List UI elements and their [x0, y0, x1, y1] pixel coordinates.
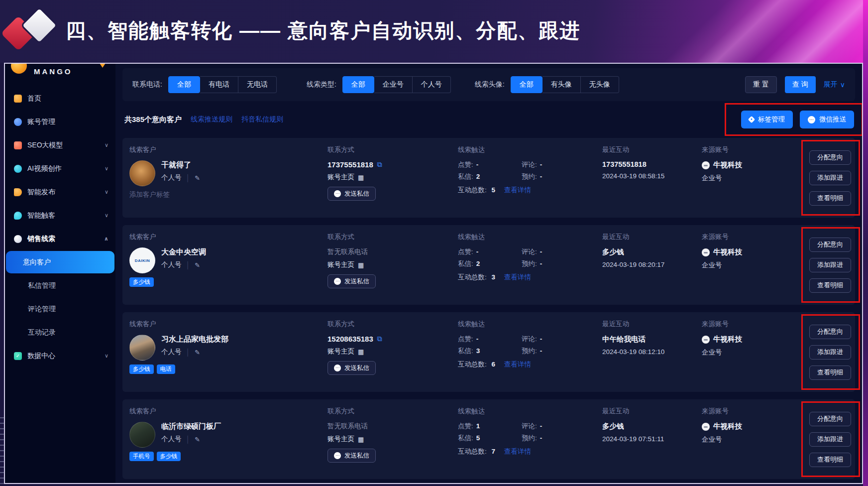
- sidebar-collapse-icon[interactable]: [99, 64, 107, 68]
- assign-intent-button[interactable]: 分配意向: [809, 325, 851, 339]
- app-window: MANGO 首页 账号管理 SEO大模型 ∨ AI视频创作 ∨: [4, 63, 863, 484]
- filter-option-all[interactable]: 全部: [168, 76, 200, 93]
- edit-icon[interactable]: ✎: [195, 261, 200, 269]
- filter-option-all[interactable]: 全部: [342, 76, 374, 93]
- add-followup-button[interactable]: 添加跟进: [809, 432, 851, 447]
- tag-manage-button[interactable]: 标签管理: [741, 111, 793, 128]
- appoint-label: 预约:: [522, 260, 537, 267]
- filter-option-no-avatar[interactable]: 无头像: [581, 76, 619, 93]
- customer-name: 临沂市绿硕门板厂: [161, 422, 221, 431]
- query-button[interactable]: 查 询: [785, 76, 816, 93]
- send-dm-button[interactable]: ⋯ 发送私信: [327, 274, 376, 288]
- like-label: 点赞:: [458, 335, 473, 343]
- source-name: 牛视科技: [713, 422, 742, 431]
- sidebar-item-sales-leads[interactable]: 销售线索 ∧: [5, 227, 115, 250]
- filter-option-has-avatar[interactable]: 有头像: [542, 76, 581, 93]
- copy-phone-icon[interactable]: ⧉: [377, 160, 382, 169]
- add-followup-button[interactable]: 添加跟进: [809, 258, 851, 272]
- appoint-label: 预约:: [522, 347, 537, 355]
- filter-group-phone: 联系电话: 全部 有电话 无电话: [132, 76, 277, 93]
- customer-column: 线索客户 干就得了 个人号 │ ✎ 添加客户标签: [129, 138, 327, 218]
- filter-option-personal[interactable]: 个人号: [413, 76, 451, 93]
- qr-code-icon[interactable]: ▦: [358, 436, 364, 443]
- chat-bubble-icon: ⋯: [808, 116, 815, 123]
- dm-rule-link[interactable]: 抖音私信规则: [241, 115, 283, 124]
- filter-option-enterprise[interactable]: 企业号: [374, 76, 413, 93]
- dm-label: 私信:: [458, 434, 473, 442]
- sidebar-item-label: SEO大模型: [27, 141, 63, 150]
- sidebar-subitem-intent-customers[interactable]: 意向客户: [6, 251, 114, 273]
- sidebar-subitem-comment-manage[interactable]: 评论管理: [5, 297, 115, 321]
- column-header: 线索触达: [458, 233, 602, 242]
- view-details-button[interactable]: 查看明细: [809, 365, 851, 380]
- filter-option-no-phone[interactable]: 无电话: [238, 76, 277, 93]
- send-dm-button[interactable]: ⋯ 发送私信: [327, 187, 376, 201]
- send-dm-button[interactable]: ⋯ 发送私信: [327, 449, 376, 463]
- push-rule-link[interactable]: 线索推送规则: [191, 115, 232, 124]
- sidebar-item-home[interactable]: 首页: [5, 87, 115, 110]
- view-detail-link[interactable]: 查看详情: [504, 448, 531, 455]
- sidebar-menu: 首页 账号管理 SEO大模型 ∨ AI视频创作 ∨ 智能发布 ∨: [5, 87, 115, 367]
- like-value: -: [476, 248, 479, 255]
- comment-label: 评论:: [522, 248, 537, 255]
- account-home-link[interactable]: 账号主页: [327, 173, 354, 182]
- filter-option-has-phone[interactable]: 有电话: [200, 76, 238, 93]
- add-customer-tag-link[interactable]: 添加客户标签: [129, 190, 170, 199]
- sidebar-item-account[interactable]: 账号管理: [5, 110, 115, 133]
- contact-column: 联系方式 暂无联系电话 账号主页 ▦ ⋯ 发送私信: [327, 225, 458, 305]
- column-header: 线索客户: [129, 320, 327, 329]
- source-avatar: [702, 161, 710, 169]
- sidebar-item-data-center[interactable]: ✓ 数据中心 ∨: [5, 344, 115, 367]
- chat-bubble-icon: ⋯: [334, 452, 341, 459]
- chevron-down-icon: ∨: [105, 212, 108, 219]
- edit-icon[interactable]: ✎: [195, 174, 200, 182]
- sidebar-item-ai-video[interactable]: AI视频创作 ∨: [5, 157, 115, 180]
- source-name: 牛视科技: [713, 160, 742, 170]
- wechat-push-button[interactable]: ⋯ 微信推送: [800, 111, 854, 128]
- filter-option-all[interactable]: 全部: [511, 76, 542, 93]
- account-home-link[interactable]: 账号主页: [327, 260, 354, 269]
- recent-time: 2024-03-19 08:12:10: [602, 348, 702, 356]
- qr-code-icon[interactable]: ▦: [358, 174, 364, 181]
- send-dm-button[interactable]: ⋯ 发送私信: [327, 361, 376, 375]
- view-detail-link[interactable]: 查看详情: [504, 186, 531, 194]
- edit-icon[interactable]: ✎: [195, 349, 200, 356]
- seo-model-icon: [14, 141, 22, 149]
- recent-column: 最近互动 多少钱 2024-03-19 07:51:11: [602, 399, 702, 479]
- account-home-link[interactable]: 账号主页: [327, 347, 354, 356]
- assign-intent-button[interactable]: 分配意向: [809, 238, 851, 252]
- comment-value: -: [540, 335, 542, 343]
- like-value: -: [476, 161, 479, 168]
- customer-tag: 多少钱: [129, 364, 154, 374]
- reset-button[interactable]: 重 置: [745, 76, 777, 93]
- comment-label: 评论:: [522, 161, 537, 168]
- customer-tag: 电话: [157, 364, 175, 374]
- view-details-button[interactable]: 查看明细: [809, 278, 851, 293]
- sidebar-item-publish[interactable]: 智能发布 ∨: [5, 180, 115, 204]
- recent-column: 最近互动 17375551818 2024-03-19 08:58:15: [602, 138, 702, 218]
- expand-toggle[interactable]: 展开 ∨: [824, 80, 845, 89]
- sidebar-subitem-dm-manage[interactable]: 私信管理: [5, 274, 115, 297]
- view-details-button[interactable]: 查看明细: [809, 191, 851, 206]
- customer-name: 干就得了: [161, 160, 200, 170]
- column-header: 最近互动: [602, 233, 702, 242]
- sidebar-item-label: 销售线索: [27, 235, 55, 243]
- qr-code-icon[interactable]: ▦: [358, 261, 364, 269]
- view-detail-link[interactable]: 查看详情: [504, 361, 531, 368]
- edit-icon[interactable]: ✎: [195, 436, 200, 443]
- view-details-button[interactable]: 查看明细: [809, 453, 851, 467]
- assign-intent-button[interactable]: 分配意向: [809, 412, 851, 426]
- view-detail-link[interactable]: 查看详情: [504, 273, 531, 281]
- sidebar-item-touch[interactable]: 智能触客 ∨: [5, 204, 115, 227]
- assign-intent-button[interactable]: 分配意向: [809, 150, 851, 165]
- qr-code-icon[interactable]: ▦: [358, 348, 364, 356]
- copy-phone-icon[interactable]: ⧉: [377, 335, 382, 343]
- account-home-link[interactable]: 账号主页: [327, 435, 354, 444]
- add-followup-button[interactable]: 添加跟进: [809, 345, 851, 360]
- chat-bubble-icon: ⋯: [334, 278, 341, 285]
- publish-icon: [14, 188, 22, 196]
- add-followup-button[interactable]: 添加跟进: [809, 171, 851, 185]
- sidebar-item-seo[interactable]: SEO大模型 ∨: [5, 133, 115, 157]
- sidebar-subitem-interaction-log[interactable]: 互动记录: [5, 321, 115, 344]
- sidebar-item-label: 数据中心: [27, 352, 55, 361]
